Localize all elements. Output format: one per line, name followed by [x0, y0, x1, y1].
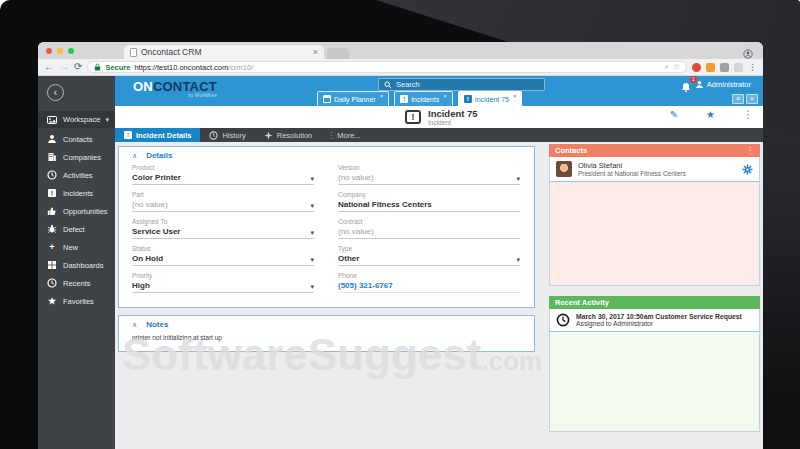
sidebar-item-workspace[interactable]: Workspace ▾	[38, 111, 115, 128]
status-select[interactable]: On Hold	[132, 254, 310, 263]
tab-label: Incident 75	[475, 96, 509, 103]
history-clock-icon	[209, 131, 218, 140]
close-tab-icon[interactable]: ×	[380, 93, 384, 99]
notes-text[interactable]: printer not initializing at start up	[119, 331, 534, 341]
type-select[interactable]: Other	[338, 254, 516, 263]
search-zoom-icon[interactable]: ⌕	[664, 63, 668, 71]
assigned-to-select[interactable]: Service User	[132, 227, 310, 236]
global-search-input[interactable]: Search	[378, 78, 545, 91]
close-tab-icon[interactable]: ×	[443, 93, 447, 99]
extension-icon-1[interactable]	[692, 63, 701, 72]
phone-link[interactable]: (505) 321-6767	[338, 281, 520, 290]
bookmark-icon[interactable]: ☆	[673, 63, 680, 71]
tab-incident-75[interactable]: ! Incident 75 ×	[458, 91, 523, 106]
rail-gap	[549, 286, 760, 296]
chevron-down-icon[interactable]: ▾	[310, 175, 314, 182]
notifications-bell-icon[interactable]	[681, 79, 691, 97]
collapse-chevron-icon[interactable]: ∧	[132, 321, 137, 328]
chevron-down-icon[interactable]: ▾	[310, 283, 314, 290]
workspace-window-buttons: ≡ ×	[732, 94, 758, 104]
activity-line2: Assigned to Administrator	[576, 320, 753, 327]
sidebar-item-label: Activities	[63, 171, 93, 180]
chevron-down-icon[interactable]: ▾	[310, 256, 314, 263]
url-text: https://test10.oncontact.com/crm10/	[134, 63, 660, 72]
menu-button[interactable]: ≡	[732, 94, 744, 104]
more-options-icon[interactable]: ⋮	[743, 110, 753, 120]
subtab-incident-details[interactable]: ! Incident Details	[115, 128, 200, 142]
sidebar-item-activities[interactable]: Activities	[38, 166, 115, 184]
contract-input[interactable]: (no value)	[338, 227, 520, 236]
subtab-resolution[interactable]: Resolution	[255, 128, 321, 142]
extension-icon-3[interactable]	[720, 63, 729, 72]
recent-activity-panel-body	[549, 332, 760, 432]
companies-icon	[47, 152, 57, 162]
close-tab-icon[interactable]: ×	[313, 47, 318, 57]
field-product: Product Color Printer▾	[132, 164, 314, 185]
notes-section-header[interactable]: ∧ Notes	[119, 316, 534, 331]
minimize-window-button[interactable]	[57, 48, 63, 54]
details-section-header[interactable]: ∧ Details	[119, 147, 534, 162]
record-title-row: ! Incident 75 Incident ✎ ★ ⋮	[115, 106, 763, 128]
star-icon: ★	[47, 296, 57, 306]
user-menu[interactable]: Administrator	[695, 80, 751, 89]
sidebar-item-incidents[interactable]: Incidents	[38, 184, 115, 202]
version-select[interactable]: (no value)	[338, 173, 516, 182]
chevron-down-icon[interactable]: ▾	[516, 256, 520, 263]
part-select[interactable]: (no value)	[132, 200, 310, 209]
favorite-star-icon[interactable]: ★	[706, 110, 715, 120]
section-title: Notes	[146, 320, 168, 329]
panel-menu-icon[interactable]: ⋮	[746, 146, 754, 155]
extension-icon-2[interactable]	[706, 63, 715, 72]
sidebar-item-recents[interactable]: Recents	[38, 274, 115, 292]
field-part: Part (no value)▾	[132, 191, 314, 212]
contacts-panel-body	[549, 182, 760, 286]
subtab-history[interactable]: History	[200, 128, 254, 142]
sidebar-item-opportunities[interactable]: Opportunities	[38, 202, 115, 220]
close-window-button[interactable]	[46, 48, 52, 54]
field-label: Product	[132, 164, 314, 171]
activity-list-item[interactable]: March 30, 2017 10:50am Customer Service …	[549, 309, 760, 332]
chevron-down-icon[interactable]: ▾	[310, 229, 314, 236]
sidebar-item-favorites[interactable]: ★ Favorites	[38, 292, 115, 310]
close-workspace-button[interactable]: ×	[746, 94, 758, 104]
extension-icon-4[interactable]	[734, 63, 743, 72]
sidebar: ‹ Workspace ▾ Contacts Companies Activit…	[38, 76, 115, 449]
browser-tab[interactable]: Oncontact CRM ×	[124, 45, 324, 59]
company-input[interactable]: National Fitness Centers	[338, 200, 520, 209]
sidebar-item-label: Recents	[63, 279, 91, 288]
subtab-label: History	[222, 131, 245, 140]
sidebar-item-dashboards[interactable]: Dashboards	[38, 256, 115, 274]
crm-app: ‹ Workspace ▾ Contacts Companies Activit…	[38, 76, 763, 449]
contact-list-item[interactable]: Olivia Stefani President at National Fit…	[549, 157, 760, 182]
sidebar-collapse-button[interactable]: ‹	[47, 84, 64, 101]
browser-profile-icon[interactable]	[743, 45, 753, 63]
reload-icon[interactable]: ⟳	[74, 62, 82, 72]
close-tab-icon[interactable]: ×	[513, 93, 517, 99]
zoom-window-button[interactable]	[68, 48, 74, 54]
sidebar-item-contacts[interactable]: Contacts	[38, 130, 115, 148]
search-placeholder: Search	[396, 80, 420, 89]
product-select[interactable]: Color Printer	[132, 173, 310, 182]
sidebar-item-new[interactable]: + New	[38, 238, 115, 256]
collapse-chevron-icon[interactable]: ∧	[132, 152, 137, 159]
edit-pencil-icon[interactable]: ✎	[670, 110, 678, 120]
workspace-icon	[47, 115, 57, 125]
gear-icon[interactable]	[742, 164, 753, 175]
back-icon[interactable]: ←	[44, 62, 54, 72]
app-header: ONCONTACT by WorkWise Search 1 Administr…	[115, 76, 763, 106]
new-tab-button[interactable]	[327, 48, 349, 59]
sidebar-item-label: Dashboards	[63, 261, 103, 270]
tab-incidents[interactable]: ! Incidents ×	[394, 91, 453, 106]
browser-menu-icon[interactable]: ⋮	[748, 62, 757, 72]
chevron-down-icon[interactable]: ▾	[516, 175, 520, 182]
sidebar-item-companies[interactable]: Companies	[38, 148, 115, 166]
chevron-down-icon[interactable]: ▾	[310, 202, 314, 209]
workspace-tabs: Daily Planner × ! Incidents × ! Incident…	[317, 91, 522, 106]
sidebar-item-defect[interactable]: Defect	[38, 220, 115, 238]
tab-daily-planner[interactable]: Daily Planner ×	[317, 91, 389, 106]
forward-icon[interactable]: →	[59, 62, 69, 72]
contact-role: President at National Fitness Centers	[578, 170, 736, 177]
subtab-more[interactable]: More...	[328, 128, 369, 142]
priority-select[interactable]: High	[132, 281, 310, 290]
address-bar[interactable]: Secure https://test10.oncontact.com/crm1…	[87, 61, 687, 73]
